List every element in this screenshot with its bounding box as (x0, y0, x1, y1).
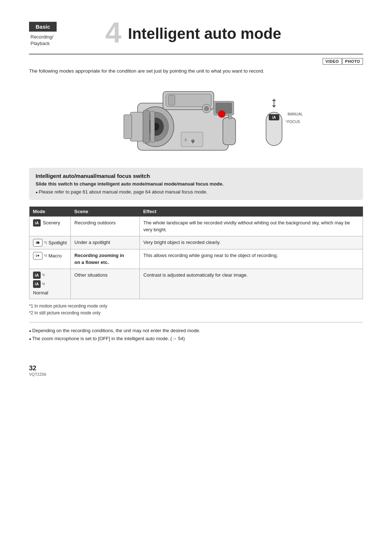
basic-label: Basic (29, 22, 57, 32)
bottom-notes: Depending on the recording conditions, t… (29, 327, 363, 343)
photo-badge: PHOTO (342, 58, 363, 65)
basic-block: Basic Recording/Playback (29, 22, 105, 47)
info-box-title: Intelligent auto/manual/manual focus swi… (36, 173, 356, 179)
mode-cell-normal: iA*1 iA*2 Normal (29, 269, 71, 299)
footnote-2: *2 In still picture recording mode only (29, 310, 363, 317)
effect-cell-macro: This allows recording while going near t… (140, 249, 363, 269)
normal-ia-icon-1: iA (33, 272, 41, 279)
scene-cell-normal: Other situations (71, 269, 140, 299)
table-header-mode: Mode (29, 207, 71, 217)
effect-cell-normal: Contrast is adjusted automatically for c… (140, 269, 363, 299)
camera-illustration: θ ψ ↕ iA (109, 81, 283, 161)
svg-point-12 (218, 110, 225, 118)
table-row: iA*1 iA*2 Normal Other situations Contra… (29, 269, 363, 299)
info-box-note: Please refer to page 61 about manual mod… (36, 188, 356, 196)
info-box: Intelligent auto/manual/manual focus swi… (29, 168, 363, 200)
table-row: i✦*2 Macro Recording zooming inon a flow… (29, 249, 363, 269)
effect-cell-scenery: The whole landscape will be recorded viv… (140, 216, 363, 236)
bottom-note-2: The zoom microphone is set to [OFF] in t… (29, 335, 363, 343)
svg-rect-13 (223, 118, 236, 145)
mode-cell-scenery: iA Scenery (29, 216, 71, 236)
model-code: VQT2Z66 (29, 372, 46, 376)
switch-labels: · MANUAL LFOCUS (286, 111, 303, 126)
bottom-note-1: Depending on the recording conditions, t… (29, 327, 363, 335)
chapter-number: 4 (105, 18, 122, 47)
switch-oval-container: iA · MANUAL LFOCUS (265, 111, 283, 148)
svg-rect-11 (168, 95, 175, 105)
table-row: iA Scenery Recording outdoors The whole … (29, 216, 363, 236)
svg-text:θ: θ (185, 138, 187, 142)
normal-ia-icon-2: iA (33, 280, 41, 288)
switch-arrow: ↕ (270, 95, 278, 109)
normal-sup1: *1 (42, 273, 45, 278)
svg-rect-5 (130, 112, 143, 141)
mode-cell-spotlight: i◉*1 Spotlight (29, 236, 71, 249)
table-row: i◉*1 Spotlight Under a spotlight Very br… (29, 236, 363, 249)
table-header-effect: Effect (140, 207, 363, 217)
page-number: 32 (29, 364, 36, 372)
recording-playback-label: Recording/Playback (29, 34, 105, 47)
table-header-scene: Scene (71, 207, 140, 217)
mode-cell-macro: i✦*2 Macro (29, 249, 71, 269)
switch-oval-svg: iA (265, 111, 283, 147)
scene-cell-scenery: Recording outdoors (71, 216, 140, 236)
mode-label-spotlight: Spotlight (49, 239, 67, 247)
header-section: Basic Recording/Playback 4 Intelligent a… (29, 22, 363, 47)
diagram-area: θ ψ ↕ iA (29, 81, 363, 161)
video-badge: VIDEO (323, 58, 342, 65)
svg-rect-6 (124, 115, 132, 139)
mode-label-normal: Normal (33, 289, 48, 297)
divider (29, 322, 363, 322)
page-title: Intelligent auto mode (128, 22, 281, 42)
video-photo-row: VIDEO PHOTO (29, 58, 363, 65)
ia-scenery-icon: iA (33, 219, 41, 227)
effect-cell-spotlight: Very bright object is recorded clearly. (140, 236, 363, 249)
scene-cell-spotlight: Under a spotlight (71, 236, 140, 249)
spotlight-superscript: *1 (44, 240, 47, 245)
scene-cell-macro: Recording zooming inon a flower etc. (71, 249, 140, 269)
switch-section: ↕ iA · MANUAL LFOCUS (265, 95, 283, 148)
footnote-1: *1 In motion picture recording mode only (29, 303, 363, 310)
camera-svg: θ ψ (109, 81, 261, 161)
svg-rect-15 (143, 110, 150, 143)
intro-text: The following modes appropriate for the … (29, 68, 363, 75)
footnotes: *1 In motion picture recording mode only… (29, 303, 363, 317)
svg-text:ψ: ψ (191, 138, 195, 143)
info-box-subtitle: Slide this switch to change intelligent … (36, 181, 356, 187)
mode-table: Mode Scene Effect iA Scenery Recording o… (29, 207, 363, 300)
normal-sup2: *2 (42, 282, 45, 287)
spotlight-icon: i◉ (33, 239, 42, 247)
macro-superscript: *2 (44, 253, 47, 258)
mode-label-macro: Macro (49, 252, 62, 260)
focus-switch-label: LFOCUS (286, 118, 303, 126)
svg-point-21 (204, 106, 209, 111)
mode-label-scenery: Scenery (43, 219, 60, 227)
macro-icon: i✦ (33, 252, 42, 260)
svg-rect-14 (228, 116, 232, 119)
svg-rect-16 (150, 111, 155, 142)
page-footer: 32 VQT2Z66 (29, 364, 363, 376)
title-underline (29, 54, 363, 54)
ia-switch-label: · MANUAL (286, 111, 303, 118)
svg-text:iA: iA (272, 115, 276, 119)
